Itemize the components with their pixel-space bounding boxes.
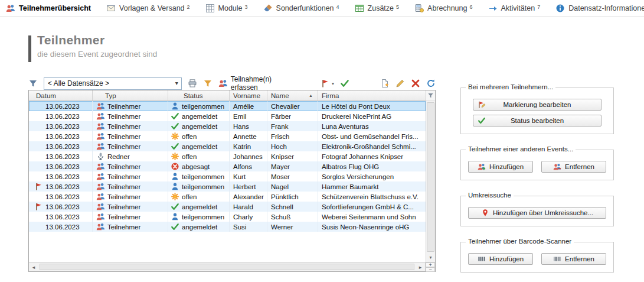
mic-icon (96, 152, 105, 161)
scroll-left-button[interactable]: ◂ (29, 264, 38, 270)
edit-status-button[interactable] (340, 79, 349, 88)
firma-text: Sofortlieferungen GmbH & C... (322, 203, 414, 210)
edit-marking-button[interactable]: ▾ (321, 79, 334, 88)
group-teilnehmer-ueber-barcode-scanner: Teilnehmer über Barcode-ScannerHinzufüge… (460, 242, 614, 273)
cell-typ: Teilnehmer (93, 161, 168, 171)
cell-firma: Fotograf Johannes Knipser (318, 151, 426, 161)
filter-settings-button[interactable] (203, 79, 213, 88)
table-row[interactable]: 13.06.2023TeilnehmerangemeldetHaraldSchn… (29, 202, 426, 212)
filter-button[interactable] (28, 79, 38, 88)
vertical-scrollbar[interactable]: ▾ (426, 90, 435, 262)
table-row[interactable]: 13.06.2023TeilnehmerteilgenommenKurtMose… (29, 171, 426, 181)
table-row[interactable]: 13.06.2023TeilnehmerangemeldetHansFrankL… (29, 121, 426, 131)
cell-datum: 13.06.2023 (29, 181, 93, 192)
vorname-text: Annette (233, 133, 257, 140)
tab-vorlagen-versand[interactable]: Vorlagen & Versand2 (106, 4, 190, 13)
cell-firma: Obst- und Gemüsehandel Fris... (318, 131, 426, 141)
dropdown-value: < Alle Datensätze > (48, 79, 109, 87)
group-buttons: HinzufügenEntfernen (468, 161, 606, 173)
button-label: Hinzufügen (489, 255, 524, 262)
scroll-down-button[interactable]: ▾ (426, 253, 435, 262)
cell-name: Färber (267, 111, 318, 121)
column-header-typ[interactable]: Typ (93, 90, 168, 101)
cell-typ: Redner (93, 151, 168, 161)
status-text: offen (182, 133, 197, 140)
refresh-button[interactable] (426, 79, 436, 88)
column-header-name[interactable]: Name▲ (267, 90, 318, 101)
table-row[interactable]: 13.06.2023TeilnehmeroffenAnnetteFrischOb… (29, 131, 426, 141)
people-icon (218, 79, 228, 88)
table-row[interactable]: 13.06.2023TeilnehmerangemeldetEmilFärber… (29, 111, 426, 121)
delete-record-button[interactable] (411, 79, 420, 88)
tab-datensatz-informationen[interactable]: Datensatz-Informationen (555, 4, 644, 13)
pencil-icon (395, 79, 405, 88)
table-row[interactable]: 13.06.2023TeilnehmerteilgenommenAmélieCh… (29, 101, 426, 111)
datum-text: 13.06.2023 (45, 203, 80, 210)
tab-abrechnung[interactable]: Abrechnung6 (414, 4, 472, 13)
vorname-text: Johannes (233, 153, 263, 160)
column-header-vorname[interactable]: Vorname (230, 90, 267, 101)
scrollbar-track[interactable] (38, 262, 416, 271)
table-green-icon (355, 4, 364, 13)
cell-datum: 13.06.2023 (29, 141, 93, 151)
info-icon (555, 4, 565, 13)
edit-record-button[interactable] (395, 79, 405, 88)
add-participants-button[interactable]: Hinzufügen (468, 161, 533, 173)
table-row[interactable]: 13.06.2023TeilnehmerteilgenommenHerbertN… (29, 181, 426, 192)
vorname-text: Alfons (233, 163, 252, 170)
group-title: Teilnehmer einer anderen Events... (466, 145, 576, 153)
typ-text: Teilnehmer (107, 173, 140, 180)
capture-participation-button[interactable]: Teilnahme(n) erfassen (218, 75, 295, 92)
people-icon (96, 182, 105, 191)
column-header-datum[interactable]: Datum (29, 90, 93, 101)
vorname-text: Emil (233, 113, 246, 120)
horizontal-scrollbar[interactable]: ◂ ▸ (29, 262, 425, 271)
tab-sonderfunktionen[interactable]: Sonderfunktionen4 (263, 4, 339, 13)
barcode-add-button[interactable]: Hinzufügen (468, 253, 533, 265)
tab-teilnehmeruebersicht[interactable]: Teilnehmerübersicht (6, 4, 91, 13)
group-teilnehmer-einer-anderen-events: Teilnehmer einer anderen Events...Hinzuf… (460, 150, 614, 180)
button-label: Status bearbeiten (511, 117, 564, 124)
check-icon (171, 222, 179, 231)
column-filter-button[interactable] (426, 90, 435, 101)
vorname-text: Susi (233, 223, 246, 231)
table-row[interactable]: 13.06.2023TeilnehmerteilgenommenCharlySc… (29, 212, 426, 222)
table-row[interactable]: 13.06.2023RedneroffenJohannesKnipserFoto… (29, 151, 426, 161)
tab-label: Abrechnung (427, 4, 467, 12)
print-button[interactable] (188, 79, 197, 88)
column-header-firma[interactable]: Firma (318, 90, 426, 101)
tab-zusaetze[interactable]: Zusätze5 (355, 4, 399, 13)
barcode-remove-button[interactable]: Entfernen (541, 253, 606, 265)
cell-datum: 13.06.2023 (29, 222, 93, 232)
table-row[interactable]: 13.06.2023TeilnehmeroffenAlexanderPünktl… (29, 192, 426, 202)
firma-text: Albatros Flug OHG (322, 163, 379, 170)
table-row[interactable]: 13.06.2023TeilnehmerangemeldetSusiWerner… (29, 222, 426, 232)
status-text: angemeldet (182, 203, 217, 210)
cell-status: offen (168, 131, 230, 141)
scrollbar-thumb[interactable] (427, 102, 434, 252)
scrollbar-track[interactable] (426, 101, 435, 253)
remove-participants-button[interactable]: Entfernen (541, 161, 606, 173)
tab-aktivitaeten[interactable]: Aktivitäten7 (488, 4, 541, 13)
column-header-status[interactable]: Status (168, 90, 230, 101)
cell-firma: Schützenverein Blattschuss e.V. (318, 192, 426, 202)
refresh-icon (426, 79, 436, 88)
datum-text: 13.06.2023 (45, 113, 80, 120)
add-via-radius-search-button[interactable]: Hinzufügen über Umkreissuche... (468, 207, 606, 219)
cell-name: Frisch (267, 131, 318, 141)
decrease-button[interactable]: − (426, 267, 435, 272)
side-panel: Bei mehreren Teilnehmern...Markierung be… (460, 87, 614, 282)
cell-vorname: Katrin (230, 141, 267, 151)
scroll-right-button[interactable]: ▸ (416, 264, 425, 270)
edit-marking-button[interactable]: Markierung bearbeiten (473, 99, 601, 111)
table-row[interactable]: 13.06.2023TeilnehmerangemeldetKatrinHoch… (29, 141, 426, 151)
brush-icon (263, 4, 273, 13)
table-row[interactable]: 13.06.2023TeilnehmerabgesagtAlfonsMayerA… (29, 161, 426, 171)
scrollbar-thumb[interactable] (40, 264, 414, 270)
printer-icon (188, 79, 197, 88)
edit-status-button[interactable]: Status bearbeiten (473, 115, 601, 127)
record-filter-dropdown[interactable]: < Alle Datensätze >▾ (44, 77, 182, 90)
tab-module[interactable]: Module3 (205, 4, 248, 13)
vorname-text: Kurt (233, 173, 246, 180)
new-record-button[interactable] (380, 79, 390, 88)
